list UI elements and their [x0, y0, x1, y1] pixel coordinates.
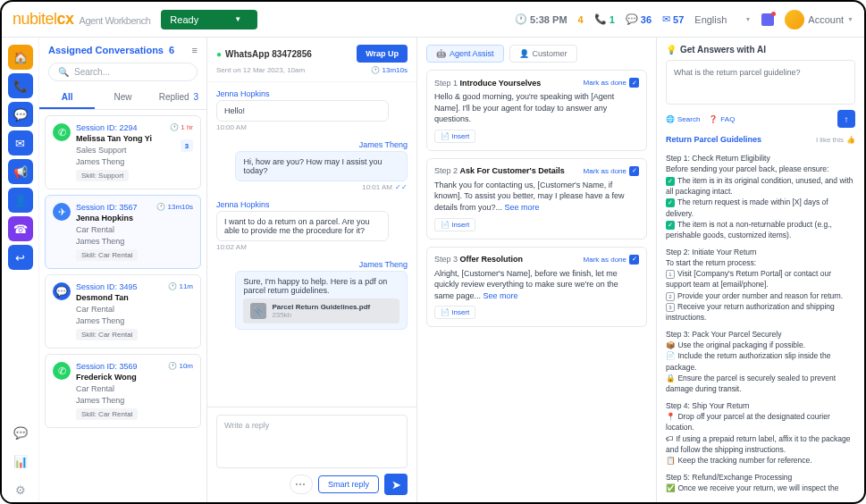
filter-icon[interactable]: ≡ [192, 45, 198, 55]
attachment-icon: 📎 [250, 303, 266, 319]
nav-contacts-icon[interactable]: 👤 [8, 188, 33, 213]
notification-icon[interactable] [761, 13, 774, 26]
conv-agent: James Theng [76, 237, 193, 246]
mark-done-button[interactable]: Mark as done [584, 166, 639, 176]
avatar [785, 10, 804, 29]
wrap-up-button[interactable]: Wrap Up [357, 45, 408, 63]
nav-chat-icon[interactable]: 💬 [8, 102, 33, 127]
assist-step: Step 3 Offer Resolution Mark as done Alr… [426, 247, 647, 328]
nav-messages-icon[interactable]: 💬 [8, 420, 33, 445]
tab-all[interactable]: All [39, 87, 95, 109]
nav-phone-icon[interactable]: 📞 [8, 73, 33, 98]
conversation-card[interactable]: ✈ 🕐 13m10s Session ID: 3567 Jenna Hopkin… [45, 195, 201, 269]
msg-time: 10:01 AM ✓✓ [362, 183, 408, 191]
nav-mail-icon[interactable]: ✉ [8, 130, 33, 155]
nav-dialer-icon[interactable]: ☎ [8, 216, 33, 241]
tab-new[interactable]: New [95, 87, 150, 109]
calls-stat: 📞1 [594, 13, 615, 25]
language-dropdown[interactable]: English [694, 14, 751, 25]
mark-done-button[interactable]: Mark as done [584, 255, 639, 265]
mark-done-button[interactable]: Mark as done [584, 78, 639, 88]
msg-sender: Jenna Hopkins [216, 89, 408, 98]
nav-settings-icon[interactable]: ⚙ [8, 477, 33, 502]
assist-panel: 🤖 Agent Assist 👤 Customer Step 1 Introdu… [417, 38, 657, 502]
ai-panel: 💡 Get Answers with AI What is the return… [657, 38, 864, 502]
ai-title: 💡 Get Answers with AI [666, 45, 855, 55]
see-more-link[interactable]: See more [505, 203, 540, 212]
ai-send-button[interactable]: ↑ [837, 110, 855, 128]
sidenav: 🏠 📞 💬 ✉ 📢 👤 ☎ ↩ 💬 📊 ⚙ [2, 38, 39, 502]
skill-pill: Skill: Car Rental [76, 329, 138, 340]
conv-queue: Car Rental [76, 384, 193, 393]
smart-reply-button[interactable]: Smart reply [318, 475, 379, 493]
step-text: Thank you for contacting us, [Customer's… [434, 180, 639, 214]
send-button[interactable]: ➤ [384, 474, 408, 495]
insert-button[interactable]: 📄 Insert [434, 218, 475, 231]
brand-logo: nubitelcxAgent Workbench [13, 10, 150, 29]
assist-step: Step 1 Introduce Yourselves Mark as done… [426, 70, 647, 151]
msg-sender: Jenna Hopkins [216, 200, 408, 209]
message: James Theng Sure, I'm happy to help. Her… [216, 260, 408, 330]
conversations-panel: Assigned Conversations 6 ≡ 🔍 Search... A… [39, 38, 207, 502]
convs-count: 6 [169, 45, 174, 55]
file-attachment[interactable]: 📎Parcel Return Guidelines.pdf235kb [243, 298, 399, 323]
tab-replied[interactable]: Replied 3 [151, 87, 206, 109]
conversation-card[interactable]: 💬 🕐 11m Session ID: 3495 Desmond Tan Car… [45, 274, 201, 349]
nav-analytics-icon[interactable]: 📊 [8, 449, 33, 474]
conv-agent: James Theng [76, 396, 193, 405]
msg-time: 10:00 AM [216, 123, 408, 131]
msg-bubble: I want to do a return on a parcel. Are y… [216, 211, 389, 241]
channel-icon: ✆ [53, 362, 71, 380]
conv-time: 🕐 11m [168, 282, 193, 290]
conversation-card[interactable]: ✆ 🕐 1 hr 3 Session ID: 2294 Melissa Tan … [45, 115, 201, 189]
topbar: nubitelcxAgent Workbench Ready 🕐 5:38 PM… [2, 2, 864, 38]
see-more-link[interactable]: See more [483, 291, 518, 300]
msg-sender: James Theng [359, 260, 408, 269]
chat-timer: 🕐 13m10s [371, 66, 408, 74]
account-menu[interactable]: Account [785, 10, 853, 29]
customer-name: Melissa Tan Yong Yi [76, 134, 193, 143]
chat-title: WhatsApp 83472856 [216, 49, 312, 59]
insert-button[interactable]: 📄 Insert [434, 306, 475, 319]
pending-stat: 4 [578, 14, 584, 25]
ai-opt-faq[interactable]: ❓ FAQ [709, 115, 735, 123]
ai-opt-search[interactable]: 🌐 Search [666, 115, 700, 123]
step-text: Hello & good morning, you're speaking wi… [434, 91, 639, 125]
conv-queue: Car Rental [76, 305, 193, 314]
tab-agent-assist[interactable]: 🤖 Agent Assist [426, 45, 504, 63]
nav-history-icon[interactable]: ↩ [8, 245, 33, 270]
step-title: Step 1 Introduce Yourselves [434, 79, 541, 88]
msg-time: 10:02 AM [216, 243, 408, 251]
reply-input[interactable]: Write a reply [216, 415, 408, 468]
conv-time: 🕐 1 hr [170, 123, 193, 131]
more-button[interactable]: ⋯ [290, 475, 313, 494]
status-dropdown[interactable]: Ready [161, 10, 257, 29]
msg-bubble: Hello! [216, 100, 389, 122]
nav-campaign-icon[interactable]: 📢 [8, 159, 33, 184]
message: James Theng Hi, how are you? How may I a… [216, 140, 408, 191]
conv-queue: Sales Support [76, 146, 193, 155]
search-input[interactable]: 🔍 Search... [48, 63, 198, 81]
assist-step: Step 2 Ask For Customer's Details Mark a… [426, 158, 647, 239]
step-title: Step 2 Ask For Customer's Details [434, 166, 565, 175]
conv-time: 🕐 10m [168, 362, 193, 370]
channel-icon: 💬 [53, 282, 71, 300]
conv-agent: James Theng [76, 157, 193, 166]
chats-stat: 💬36 [626, 13, 652, 25]
clock-stat: 🕐 5:38 PM [515, 13, 568, 25]
conv-queue: Car Rental [76, 225, 193, 234]
ai-question-input[interactable]: What is the return parcel guideline? [666, 60, 855, 105]
channel-icon: ✈ [53, 203, 71, 221]
msg-sender: James Theng [359, 140, 408, 149]
insert-button[interactable]: 📄 Insert [434, 130, 475, 143]
skill-pill: Skill: Support [76, 170, 129, 181]
conversation-card[interactable]: ✆ 🕐 10m Session ID: 3569 Frederick Wong … [45, 354, 201, 428]
chat-panel: WhatsApp 83472856 Wrap Up Sent on 12 Mar… [207, 38, 417, 502]
chat-sent-meta: Sent on 12 Mar 2023, 10am [216, 66, 305, 74]
nav-home-icon[interactable]: 🏠 [8, 45, 33, 70]
like-button[interactable]: I like this 👍 [816, 136, 855, 144]
tab-customer[interactable]: 👤 Customer [509, 45, 577, 63]
convs-title: Assigned Conversations [48, 45, 164, 55]
step-title: Step 3 Offer Resolution [434, 255, 523, 264]
skill-pill: Skill: Car Rental [76, 408, 138, 420]
